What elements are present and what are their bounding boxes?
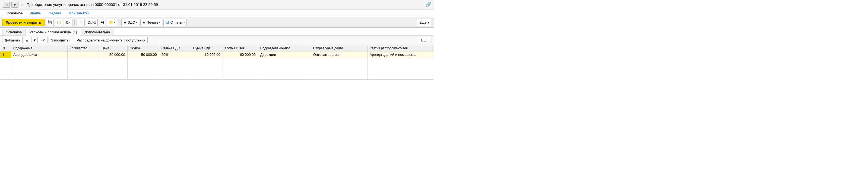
dr-kt-button[interactable]: Dr/Kt xyxy=(86,19,98,26)
tab-files[interactable]: Файлы xyxy=(27,9,45,18)
post-and-close-button[interactable]: Провести и закрыть xyxy=(2,19,44,26)
col-direction: Направление деяте... xyxy=(311,45,367,52)
file2-icon: 📁 xyxy=(109,20,113,24)
print-label: Печать xyxy=(147,20,158,24)
col-vat-rate: Ставка НДС xyxy=(159,45,191,52)
sub-tab-rashody[interactable]: Расходы и прочие активы (1) xyxy=(26,29,81,35)
doc-button[interactable]: 📄 xyxy=(76,19,85,26)
cell-sum: 50 000,00 xyxy=(127,52,159,58)
reports-icon: 📊 xyxy=(165,20,169,24)
col-qty: Количество xyxy=(67,45,99,52)
col-sum: Сумма xyxy=(127,45,159,52)
top-nav: ◀ ▶ ☆ Приобретение услуг и прочих активо… xyxy=(0,0,434,9)
forward-button[interactable]: ▶ xyxy=(11,2,19,8)
col-vat-sum: Сумма НДС xyxy=(191,45,223,52)
col-expense-article: Статья расходов/активов xyxy=(367,45,434,52)
edo-button[interactable]: 🖨 ЭДО ▾ xyxy=(121,19,139,26)
favorite-star-icon[interactable]: ☆ xyxy=(20,2,24,7)
file2-button[interactable]: 📁 ▾ xyxy=(107,19,117,26)
link-icon[interactable]: 🔗 xyxy=(425,2,431,8)
cell-price: 50 000,00 xyxy=(99,52,127,58)
cell-expense_article: Аренда зданий и помещен... xyxy=(367,52,434,58)
cell-content: Аренда офиса xyxy=(11,52,68,58)
group-button[interactable]: ⧉ ▾ xyxy=(64,19,72,26)
table-row[interactable]: 1Аренда офиса50 000,0050 000,0020%10 000… xyxy=(0,52,434,58)
col-sum-with-vat: Сумма с НДС xyxy=(223,45,258,52)
col-price: Цена xyxy=(99,45,127,52)
cell-qty xyxy=(67,52,99,58)
sub-tab-osnovnoe[interactable]: Основное xyxy=(2,29,26,35)
main-tabs-bar: Основное Файлы Задачи Мои заметки xyxy=(0,9,434,18)
save-button[interactable]: 💾 xyxy=(45,19,54,26)
print-icon: 🖨 xyxy=(142,20,146,24)
edo-dropdown-arrow: ▾ xyxy=(136,21,137,24)
table-header-row: N Содержание Количество Цена Сумма Ставк… xyxy=(0,45,434,52)
save-icon: 💾 xyxy=(48,20,52,24)
move-down-button[interactable]: ▼ xyxy=(31,37,38,43)
reports-button[interactable]: 📊 Отчеты ▾ xyxy=(163,19,187,26)
distribute-button[interactable]: Распределить на документы поступления xyxy=(74,37,148,43)
group-dropdown-arrow: ▾ xyxy=(69,21,70,24)
main-toolbar: Провести и закрыть 💾 📋 ⧉ ▾ 📄 Dr/Kt At 📁 … xyxy=(0,18,434,28)
cell-direction: Оптовая торговля xyxy=(311,52,367,58)
reports-label: Отчеты xyxy=(170,20,183,24)
fill-label: Заполнить xyxy=(51,38,68,42)
document-title: Приобретение услуг и прочих активов 0000… xyxy=(27,2,424,7)
tab-tasks[interactable]: Задачи xyxy=(45,9,65,18)
tab-main[interactable]: Основное xyxy=(3,9,27,18)
cell-n: 1 xyxy=(0,52,11,58)
table-more-button[interactable]: Ещ... xyxy=(419,37,432,43)
add-button[interactable]: Добавить xyxy=(2,37,23,43)
edo-print-icon: 🖨 xyxy=(123,20,127,24)
table-toolbar: Добавить ▲ ▼ ≪ Заполнить ▾ Распределить … xyxy=(0,35,434,45)
print-dropdown-arrow: ▾ xyxy=(159,21,160,24)
copy-button[interactable]: 📋 xyxy=(55,19,63,26)
more-button[interactable]: Еще ▾ xyxy=(417,19,432,26)
fill-dropdown-arrow: ▾ xyxy=(69,39,70,41)
back-button[interactable]: ◀ xyxy=(3,2,10,8)
table-empty-row xyxy=(0,58,434,80)
expense-table: N Содержание Количество Цена Сумма Ставк… xyxy=(0,45,434,80)
share-button[interactable]: ≪ xyxy=(39,37,48,43)
sub-tabs-bar: Основное Расходы и прочие активы (1) Доп… xyxy=(0,28,434,35)
file2-dropdown-arrow: ▾ xyxy=(114,21,115,24)
at-button[interactable]: At xyxy=(99,19,106,26)
copy-icon: 📋 xyxy=(57,20,61,24)
dr-kt-icon: Dr/Kt xyxy=(88,20,96,24)
fill-button[interactable]: Заполнить ▾ xyxy=(49,37,73,43)
cell-subdivision: Дирекция xyxy=(258,52,311,58)
tab-notes[interactable]: Мои заметки xyxy=(65,9,93,18)
print-button[interactable]: 🖨 Печать ▾ xyxy=(140,19,162,26)
col-content: Содержание xyxy=(11,45,68,52)
reports-dropdown-arrow: ▾ xyxy=(184,21,185,24)
col-n: N xyxy=(0,45,11,52)
at-icon: At xyxy=(101,20,104,24)
table-wrapper: N Содержание Количество Цена Сумма Ставк… xyxy=(0,45,434,80)
down-arrow-icon: ▼ xyxy=(33,38,36,42)
toolbar-sep-1 xyxy=(74,20,75,26)
cell-vat_sum: 10 000,00 xyxy=(191,52,223,58)
doc-icon: 📄 xyxy=(79,20,83,24)
cell-sum_with_vat: 60 000,00 xyxy=(223,52,258,58)
share-icon: ≪ xyxy=(41,38,45,42)
col-subdivision: Подразделение-пол... xyxy=(258,45,311,52)
cell-vat_rate: 20% xyxy=(159,52,191,58)
sub-tab-dopolnitelno[interactable]: Дополнительно xyxy=(81,29,114,35)
up-arrow-icon: ▲ xyxy=(25,38,29,42)
group-icon: ⧉ xyxy=(66,20,68,25)
move-up-button[interactable]: ▲ xyxy=(24,37,30,43)
edo-label: ЭДО xyxy=(128,20,135,24)
